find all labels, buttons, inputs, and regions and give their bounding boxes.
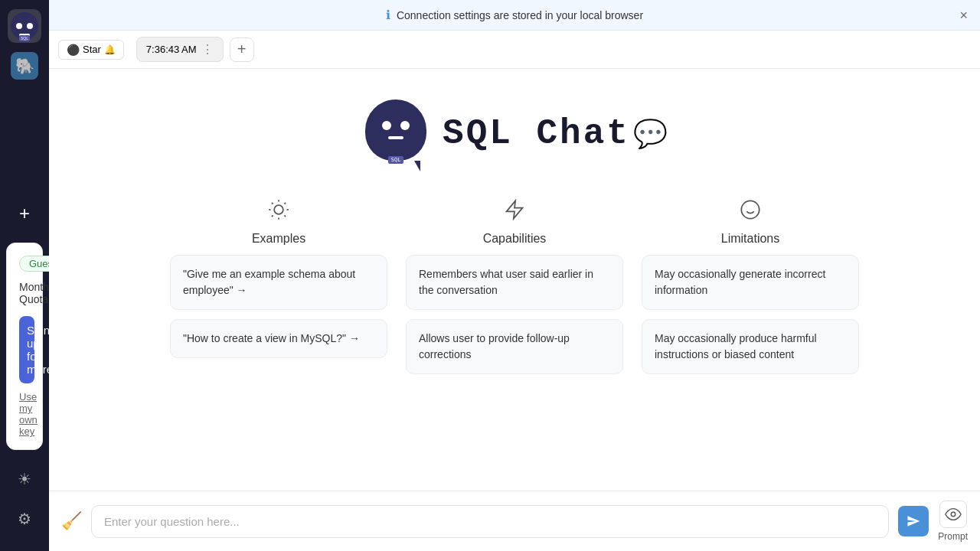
examples-title: Examples bbox=[252, 232, 305, 246]
capabilities-title: Capabilities bbox=[483, 232, 547, 246]
capabilities-header: Capabilities bbox=[483, 199, 547, 246]
three-columns: Examples "Give me an example schema abou… bbox=[170, 199, 859, 374]
tab-menu-dots[interactable]: ⋮ bbox=[201, 42, 214, 57]
example-card-1[interactable]: "Give me an example schema about employe… bbox=[170, 255, 387, 310]
example-card-2[interactable]: "How to create a view in MySQL?" → bbox=[170, 319, 387, 358]
logo-text: SQL Chat bbox=[443, 114, 630, 154]
limitations-title: Limitations bbox=[721, 232, 779, 246]
sign-up-button[interactable]: Sign up for more bbox=[19, 316, 34, 383]
tab-item[interactable]: 7:36:43 AM ⋮ bbox=[136, 37, 224, 62]
chat-content: SQL SQL Chat 💬 bbox=[49, 69, 980, 491]
broom-icon: 🧹 bbox=[61, 511, 82, 531]
svg-line-4 bbox=[284, 215, 286, 217]
prompt-button[interactable]: Prompt bbox=[938, 500, 968, 542]
tab-label: 7:36:43 AM bbox=[146, 44, 197, 55]
chat-input[interactable] bbox=[91, 505, 889, 538]
capabilities-icon bbox=[504, 199, 525, 226]
svg-line-3 bbox=[272, 203, 273, 204]
notification-text: Connection settings are stored in your l… bbox=[397, 9, 643, 21]
prompt-icon bbox=[939, 500, 967, 528]
settings-btn[interactable]: ⚙ bbox=[8, 502, 41, 536]
info-icon: ℹ bbox=[386, 8, 390, 22]
logo-bubble: 💬 bbox=[633, 118, 668, 150]
sidebar-db-btn[interactable]: 🐘 bbox=[8, 49, 41, 83]
notification-close-button[interactable]: × bbox=[959, 7, 968, 23]
tab-bar: ⚫ Star 🔔 7:36:43 AM ⋮ + bbox=[49, 31, 980, 69]
main-panel: ℹ Connection settings are stored in your… bbox=[49, 0, 980, 551]
guest-panel: Guest Monthly Quota 0/0 Sign up for more… bbox=[6, 243, 43, 450]
add-tab-icon: + bbox=[237, 41, 247, 58]
capability-card-2: Allows user to provide follow-up correct… bbox=[406, 319, 623, 374]
svg-point-10 bbox=[741, 201, 759, 218]
svg-point-13 bbox=[951, 512, 956, 517]
limitation-card-2: May occasionally produce harmful instruc… bbox=[642, 319, 859, 374]
github-icon: ⚫ bbox=[67, 44, 80, 56]
theme-toggle-btn[interactable]: ☀ bbox=[8, 462, 41, 496]
github-star-btn[interactable]: ⚫ Star 🔔 bbox=[58, 40, 124, 60]
svg-line-7 bbox=[272, 215, 273, 217]
logo-area: SQL SQL Chat 💬 bbox=[361, 99, 668, 168]
examples-header: Examples bbox=[252, 199, 305, 246]
logo-text-area: SQL Chat 💬 bbox=[443, 114, 668, 154]
svg-line-8 bbox=[284, 203, 286, 204]
logo-robot: SQL bbox=[361, 99, 430, 168]
sidebar: SQL 🐘 + Guest Monthly Quota 0/0 Sign up … bbox=[0, 0, 49, 551]
sidebar-add-btn[interactable]: + bbox=[8, 197, 41, 230]
star-count-icon: 🔔 bbox=[104, 44, 116, 55]
limitations-header: Limitations bbox=[721, 199, 779, 246]
own-key-link[interactable]: Use my own key bbox=[19, 391, 30, 437]
capability-card-1: Remembers what user said earlier in the … bbox=[406, 255, 623, 310]
send-button[interactable] bbox=[898, 506, 929, 536]
svg-point-0 bbox=[274, 205, 283, 214]
add-tab-button[interactable]: + bbox=[230, 37, 254, 62]
limitations-column: Limitations May occasionally generate in… bbox=[642, 199, 859, 374]
svg-marker-9 bbox=[507, 201, 523, 218]
notification-bar: ℹ Connection settings are stored in your… bbox=[49, 0, 980, 31]
limitation-card-1: May occasionally generate incorrect info… bbox=[642, 255, 859, 310]
star-label: Star bbox=[83, 44, 101, 55]
capabilities-column: Capabilities Remembers what user said ea… bbox=[406, 199, 623, 374]
prompt-label: Prompt bbox=[938, 531, 968, 542]
input-area: 🧹 Prompt bbox=[49, 491, 980, 551]
sidebar-logo-btn[interactable]: SQL bbox=[8, 9, 41, 43]
examples-icon bbox=[268, 199, 289, 226]
limitations-icon bbox=[740, 199, 761, 226]
examples-column: Examples "Give me an example schema abou… bbox=[170, 199, 387, 374]
